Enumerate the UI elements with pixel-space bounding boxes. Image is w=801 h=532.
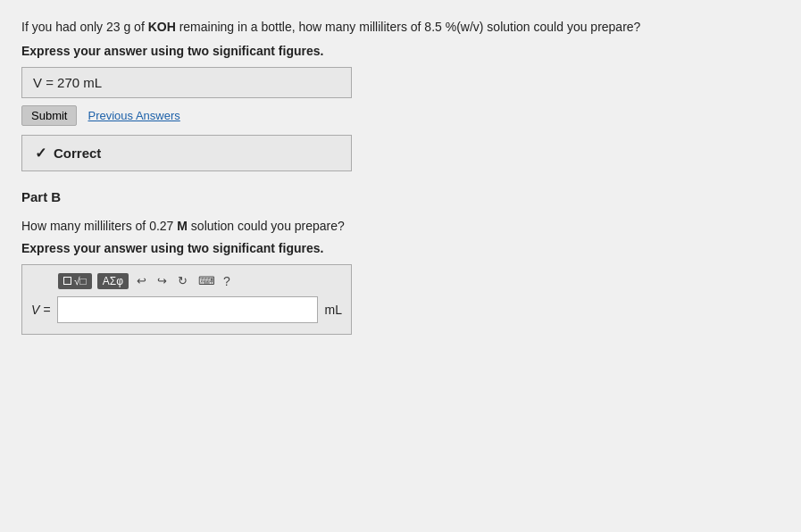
submit-button-a[interactable]: Submit — [21, 105, 77, 126]
matrix-icon — [63, 277, 71, 285]
sqrt-symbol: √□ — [74, 275, 87, 287]
input-row-b: V = mL — [31, 296, 342, 323]
correct-box: ✓ Correct — [21, 135, 352, 171]
keyboard-button[interactable]: ⌨ — [196, 272, 218, 289]
v-equals-label: V = — [31, 303, 50, 317]
molarity-unit: M — [177, 219, 188, 233]
correct-label: Correct — [54, 145, 101, 161]
prev-answers-link[interactable]: Previous Answers — [88, 109, 179, 122]
instruction-a: Express your answer using two significan… — [21, 44, 780, 58]
part-b-label: Part B — [21, 189, 780, 204]
part-b-section: Part B How many milliliters of 0.27 M so… — [21, 189, 780, 335]
answer-row-a: Submit Previous Answers — [21, 105, 780, 126]
question-text-a: If you had only 23 g of KOH remaining in… — [21, 18, 780, 37]
greek-symbols-button[interactable]: ΑΣφ — [97, 273, 129, 289]
undo-button[interactable]: ↩ — [134, 272, 149, 289]
part-b-instruction: Express your answer using two significan… — [21, 241, 780, 255]
percent-notation: %(w/v) — [446, 20, 484, 34]
refresh-button[interactable]: ↻ — [175, 272, 190, 289]
redo-button[interactable]: ↪ — [154, 272, 170, 289]
help-icon[interactable]: ? — [223, 274, 230, 288]
checkmark-icon: ✓ — [35, 145, 46, 162]
part-a-section: If you had only 23 g of KOH remaining in… — [21, 18, 780, 171]
matrix-sqrt-button[interactable]: √□ — [58, 273, 92, 289]
answer-input-b[interactable] — [57, 296, 317, 323]
ml-unit-label: mL — [325, 303, 342, 317]
chemical-formula: KOH — [148, 20, 176, 34]
input-panel-b: √□ ΑΣφ ↩ ↪ ↻ ⌨ ? V = mL — [21, 264, 352, 335]
part-b-question: How many milliliters of 0.27 M solution … — [21, 217, 780, 236]
toolbar-b: √□ ΑΣφ ↩ ↪ ↻ ⌨ ? — [58, 272, 342, 289]
answer-display-a: V = 270 mL — [21, 67, 352, 98]
